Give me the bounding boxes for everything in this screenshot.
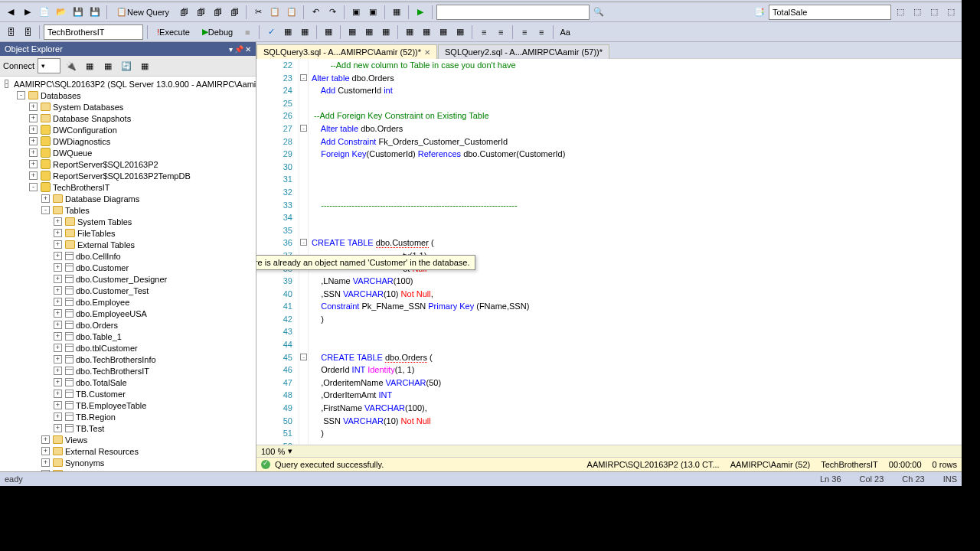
expand-icon[interactable]: + bbox=[54, 275, 62, 283]
tb2-icon-9[interactable]: ▦ bbox=[402, 24, 417, 40]
tree-node[interactable]: +Database Snapshots bbox=[0, 112, 256, 124]
tb2-icon-2[interactable]: 🗄 bbox=[20, 24, 35, 40]
explorer-pin-icon[interactable]: 📌 bbox=[234, 45, 243, 54]
expand-icon[interactable]: + bbox=[29, 126, 38, 134]
expand-icon[interactable]: + bbox=[54, 344, 62, 352]
tree-node[interactable]: +TB.Region bbox=[0, 411, 256, 422]
new-query-button[interactable]: 📋 New Query bbox=[111, 5, 175, 20]
tb2-icon-3[interactable]: ▦ bbox=[280, 24, 296, 40]
code-editor[interactable]: 2223242526272829303132333435363738394041… bbox=[256, 59, 962, 445]
expand-icon[interactable]: - bbox=[5, 80, 8, 88]
forward-icon[interactable]: ▶ bbox=[20, 5, 35, 20]
tree-node[interactable]: +Synonyms bbox=[0, 457, 256, 468]
tb-icon-9[interactable]: 📑 bbox=[752, 5, 767, 20]
tree-node[interactable]: +Database Diagrams bbox=[0, 193, 256, 204]
tree-node[interactable]: +dbo.CellInfo bbox=[0, 250, 256, 262]
tree-node[interactable]: +TB.Customer bbox=[0, 388, 256, 399]
tree-node[interactable]: -Tables bbox=[0, 204, 256, 216]
tb2-icon-11[interactable]: ▦ bbox=[436, 24, 451, 40]
tree-node[interactable]: +dbo.TechBrothersIT bbox=[0, 365, 256, 377]
new-icon[interactable]: 📄 bbox=[37, 5, 52, 20]
tree-node[interactable]: +Programmability bbox=[0, 468, 256, 471]
connect-combo[interactable]: ▾ bbox=[38, 58, 60, 73]
tb2-icon-8[interactable]: ▦ bbox=[378, 24, 394, 40]
expand-icon[interactable]: + bbox=[29, 160, 38, 168]
tb-icon-5[interactable]: ▣ bbox=[348, 5, 364, 20]
tree-node[interactable]: +dbo.Employee bbox=[0, 296, 256, 308]
tree-node[interactable]: +dbo.tblCustomer bbox=[0, 342, 256, 354]
expand-icon[interactable]: + bbox=[54, 424, 62, 432]
expand-icon[interactable]: + bbox=[29, 137, 38, 145]
tree-node[interactable]: +dbo.Orders bbox=[0, 319, 256, 331]
expand-icon[interactable]: + bbox=[54, 321, 62, 329]
tree-node[interactable]: +dbo.EmployeeUSA bbox=[0, 308, 256, 319]
execute-button[interactable]: ! Execute bbox=[152, 24, 195, 40]
tree-node[interactable]: -TechBrothersIT bbox=[0, 181, 256, 193]
tree-node[interactable]: +DWConfiguration bbox=[0, 124, 256, 135]
tree-node[interactable]: +TB.Test bbox=[0, 422, 256, 434]
expand-icon[interactable]: + bbox=[54, 263, 62, 272]
expand-icon[interactable]: + bbox=[54, 367, 62, 375]
tree-node[interactable]: -AAMIRPC\SQL20163P2 (SQL Server 13.0.900… bbox=[0, 78, 256, 90]
tree-node[interactable]: +dbo.Customer bbox=[0, 262, 256, 273]
tb-icon-11[interactable]: ⬚ bbox=[910, 5, 925, 20]
tb2-icon-4[interactable]: ▦ bbox=[297, 24, 312, 40]
tree-node[interactable]: +ReportServer$SQL20163P2 bbox=[0, 158, 256, 170]
zoom-level[interactable]: 100 % bbox=[261, 447, 285, 456]
expand-icon[interactable]: + bbox=[54, 355, 62, 364]
expand-icon[interactable]: - bbox=[17, 91, 25, 99]
exp-tool-4[interactable]: 🔄 bbox=[119, 58, 134, 73]
tree-node[interactable]: +System Tables bbox=[0, 216, 256, 227]
play-icon[interactable]: ▶ bbox=[413, 5, 428, 20]
uncomment-icon[interactable]: ≡ bbox=[534, 24, 549, 40]
explorer-dropdown-icon[interactable]: ▾ bbox=[229, 45, 233, 54]
save-all-icon[interactable]: 💾 bbox=[87, 5, 103, 20]
stop-icon[interactable]: ■ bbox=[240, 24, 255, 40]
database-top-combo[interactable]: TotalSale bbox=[769, 5, 891, 20]
tb-icon-8[interactable]: 🔍 bbox=[591, 5, 606, 20]
expand-icon[interactable]: - bbox=[41, 206, 50, 214]
tree-node[interactable]: +dbo.Table_1 bbox=[0, 331, 256, 342]
tb2-icon-13[interactable]: Aa bbox=[557, 24, 573, 40]
expand-icon[interactable]: + bbox=[54, 252, 62, 260]
tree-node[interactable]: +System Databases bbox=[0, 101, 256, 112]
tb-icon-1[interactable]: 🗐 bbox=[176, 5, 191, 20]
expand-icon[interactable]: - bbox=[29, 183, 38, 191]
tab-close-icon[interactable]: ✕ bbox=[424, 48, 430, 57]
code-lines[interactable]: --Add new column to Table in case you do… bbox=[309, 59, 962, 445]
tree-node[interactable]: +TB.EmployeeTable bbox=[0, 399, 256, 411]
expand-icon[interactable]: + bbox=[29, 148, 38, 157]
indent-icon[interactable]: ≡ bbox=[476, 24, 492, 40]
tb-icon-13[interactable]: ⬚ bbox=[943, 5, 959, 20]
paste-icon[interactable]: 📋 bbox=[284, 5, 299, 20]
expand-icon[interactable]: + bbox=[54, 286, 62, 295]
tb2-icon-10[interactable]: ▦ bbox=[419, 24, 434, 40]
database-combo[interactable]: TechBrothersIT bbox=[44, 24, 143, 40]
expand-icon[interactable]: + bbox=[54, 390, 62, 398]
tb-icon-3[interactable]: 🗐 bbox=[210, 5, 225, 20]
expand-icon[interactable]: + bbox=[41, 194, 50, 203]
expand-icon[interactable]: + bbox=[54, 401, 62, 409]
tree-node[interactable]: -Databases bbox=[0, 90, 256, 101]
expand-icon[interactable]: + bbox=[54, 378, 62, 386]
tb2-icon-6[interactable]: ▦ bbox=[345, 24, 360, 40]
fold-icon[interactable]: - bbox=[300, 125, 307, 132]
tb-icon-12[interactable]: ⬚ bbox=[926, 5, 942, 20]
expand-icon[interactable]: + bbox=[54, 309, 62, 318]
save-icon[interactable]: 💾 bbox=[70, 5, 86, 20]
exp-tool-3[interactable]: ▦ bbox=[100, 58, 116, 73]
copy-icon[interactable]: 📋 bbox=[267, 5, 283, 20]
expand-icon[interactable]: + bbox=[41, 458, 50, 467]
debug-button[interactable]: ▶ Debug bbox=[197, 24, 238, 40]
tb-icon-4[interactable]: 🗐 bbox=[227, 5, 242, 20]
tree-node[interactable]: +Views bbox=[0, 434, 256, 445]
exp-tool-5[interactable]: ▦ bbox=[137, 58, 152, 73]
tree-node[interactable]: +DWDiagnostics bbox=[0, 135, 256, 147]
exp-tool-1[interactable]: 🔌 bbox=[64, 58, 79, 73]
fold-icon[interactable]: - bbox=[300, 74, 307, 81]
exp-tool-2[interactable]: ▦ bbox=[82, 58, 97, 73]
outdent-icon[interactable]: ≡ bbox=[493, 24, 508, 40]
tb-icon-2[interactable]: 🗐 bbox=[193, 5, 208, 20]
tree-node[interactable]: +dbo.TotalSale bbox=[0, 377, 256, 388]
tb-icon-7[interactable]: ▦ bbox=[389, 5, 404, 20]
